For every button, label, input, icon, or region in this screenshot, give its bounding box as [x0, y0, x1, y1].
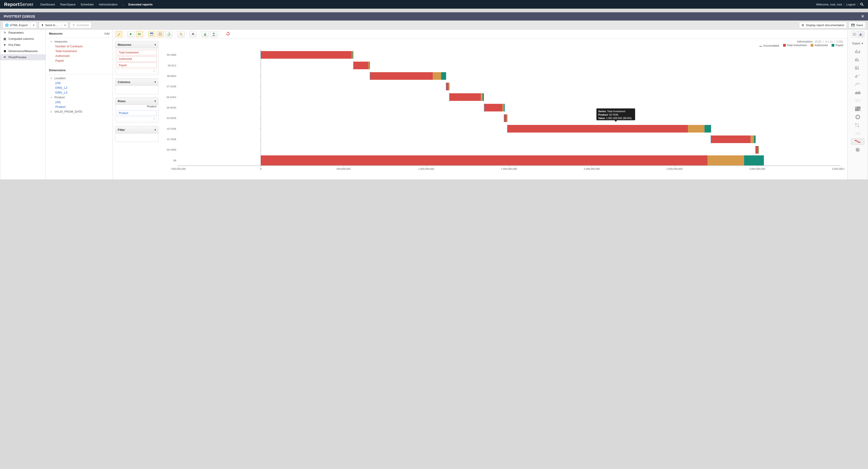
svg-rect-88 — [507, 125, 688, 132]
chart-legend: Accumulated Total Investment Authorized … — [162, 44, 844, 50]
svg-point-145 — [858, 124, 859, 124]
nav-sep3: | — [857, 3, 858, 6]
nav-scheduler[interactable]: Scheduler — [81, 3, 94, 6]
measure-item[interactable]: Authorized — [49, 54, 110, 58]
dim-product[interactable]: ▾ Product — [49, 95, 110, 100]
logout-link[interactable]: Logout — [846, 3, 856, 6]
add-measure-link[interactable]: Add — [104, 32, 110, 35]
svg-rect-81 — [502, 104, 504, 111]
svg-rect-96 — [755, 146, 758, 154]
charttype-100-bar[interactable] — [851, 65, 864, 71]
edit-mode-button[interactable] — [115, 31, 122, 37]
chip-payed[interactable]: Payed — [117, 63, 157, 68]
nav-administration[interactable]: Administration — [99, 3, 118, 6]
svg-point-148 — [856, 134, 856, 135]
charttype-bubble-grid[interactable] — [851, 122, 864, 128]
refresh-button[interactable] — [165, 31, 173, 37]
leftnav-dimensions-measures[interactable]: ⬢ Dimensions/Measures — [0, 48, 45, 54]
leftnav-pre-filter[interactable]: ▼ Pre-Filter — [0, 42, 45, 48]
chart-view-button[interactable] — [858, 32, 864, 37]
svg-point-134 — [855, 99, 856, 100]
dim-location[interactable]: ▾ Location — [49, 76, 110, 81]
svg-rect-60 — [261, 51, 352, 59]
charttype-stacked-bar[interactable] — [851, 56, 864, 63]
run-all-button[interactable] — [136, 31, 143, 37]
svg-rect-76 — [450, 93, 481, 101]
zone-measures[interactable]: Measures▾ Total Investment Authorized Pa… — [115, 41, 158, 75]
svg-rect-98 — [758, 146, 759, 154]
save-button[interactable]: 💾 Save — [849, 22, 866, 28]
send-to-button[interactable]: ⬆ Send to ... ▾ — [39, 22, 68, 28]
download-button[interactable] — [202, 31, 209, 37]
leftnav-label: Computed columns — [8, 37, 34, 40]
charttype-area[interactable] — [851, 89, 864, 96]
chip-dropzone[interactable] — [117, 69, 157, 73]
svg-rect-94 — [754, 135, 755, 143]
dim-item[interactable]: (All) — [49, 81, 110, 85]
html-export-button[interactable]: 🌐 HTML-Export ▾ — [2, 22, 37, 28]
dim-item[interactable]: DIM1_L3 — [49, 90, 110, 95]
reset-button[interactable] — [226, 32, 230, 36]
svg-rect-123 — [858, 60, 859, 61]
charttype-bar[interactable] — [851, 48, 864, 55]
leftnav-pivot-preview[interactable]: 👁 Pivot/Preview — [0, 54, 45, 60]
svg-point-152 — [859, 134, 860, 135]
nav-executed-reports[interactable]: Executed reports — [128, 3, 153, 6]
svg-rect-142 — [859, 109, 861, 111]
report-title: PIVOTTEST (128315) — [4, 14, 35, 18]
zone-rows[interactable]: Rows▾ Product Product — [115, 97, 158, 123]
save-label: Save — [856, 24, 863, 27]
charttype-donut[interactable] — [851, 114, 864, 120]
chip-total-investment[interactable]: Total Investment — [117, 50, 157, 55]
nav-teamspace[interactable]: TeamSpace — [60, 3, 75, 6]
svg-marker-10 — [168, 33, 169, 33]
svg-rect-128 — [857, 67, 857, 70]
left-nav: ✎ Parameters ▦ Computed columns ▼ Pre-Fi… — [0, 30, 46, 180]
search-icon[interactable] — [860, 2, 864, 6]
dim-item[interactable]: DIM1_L2 — [49, 85, 110, 90]
chip-authorized[interactable]: Authorized — [117, 56, 157, 62]
svg-rect-72 — [446, 83, 449, 90]
charttype-combo[interactable] — [851, 73, 864, 79]
table-view-button[interactable] — [851, 32, 858, 37]
nav-dashboard[interactable]: Dashboard — [40, 3, 55, 6]
zone-filter[interactable]: Filter▾ — [115, 126, 158, 142]
svg-rect-78 — [483, 93, 484, 101]
calendar-icon: 🗓 — [72, 24, 75, 27]
charttype-waterfall[interactable] — [851, 138, 864, 145]
charttype-line[interactable] — [851, 81, 864, 87]
charttype-heatmap[interactable] — [851, 105, 864, 112]
leftnav-parameters[interactable]: ✎ Parameters — [0, 30, 45, 36]
svg-rect-64 — [353, 62, 368, 69]
charttype-pie[interactable] — [851, 147, 864, 153]
measure-item[interactable]: Total Investment — [49, 49, 110, 54]
dim-item[interactable]: Product — [49, 104, 110, 109]
zone-columns[interactable]: Columns▾ — [115, 78, 158, 94]
svg-point-144 — [855, 123, 857, 125]
svg-rect-74 — [449, 83, 450, 90]
leftnav-computed-columns[interactable]: ▦ Computed columns — [0, 36, 45, 42]
print-button[interactable] — [189, 31, 197, 37]
charttype-dot[interactable] — [851, 97, 864, 104]
measure-item[interactable]: Payed — [49, 58, 110, 63]
run-button[interactable] — [127, 31, 134, 37]
grid-button[interactable] — [157, 31, 164, 37]
chip-dropzone[interactable] — [117, 117, 157, 121]
upload-button[interactable] — [210, 31, 217, 37]
grid-config-button[interactable] — [148, 31, 155, 37]
zoom-button[interactable] — [177, 31, 185, 37]
measure-item[interactable]: Number of Contracts — [49, 44, 110, 49]
close-icon[interactable]: ✕ — [861, 14, 864, 19]
expand-icon: ▸ — [51, 111, 53, 113]
dim-valid-from[interactable]: ▸ VALID_FROM_DATE — [49, 109, 110, 114]
upload-icon: ⬆ — [41, 24, 44, 27]
dim-item[interactable]: (All) — [49, 100, 110, 104]
svg-text:1,000,000,000: 1,000,000,000 — [418, 167, 434, 170]
export-dropdown[interactable]: Export▾ — [852, 42, 863, 45]
display-doc-button[interactable]: 🗎 Display report documentation — [799, 22, 847, 28]
legend-payed: Payed — [832, 44, 843, 47]
svg-text:0: 0 — [260, 167, 261, 170]
chip-product[interactable]: Product — [117, 111, 157, 116]
charttype-scatter[interactable] — [851, 130, 864, 136]
tree-group-measures[interactable]: ▾ measures — [49, 39, 110, 44]
